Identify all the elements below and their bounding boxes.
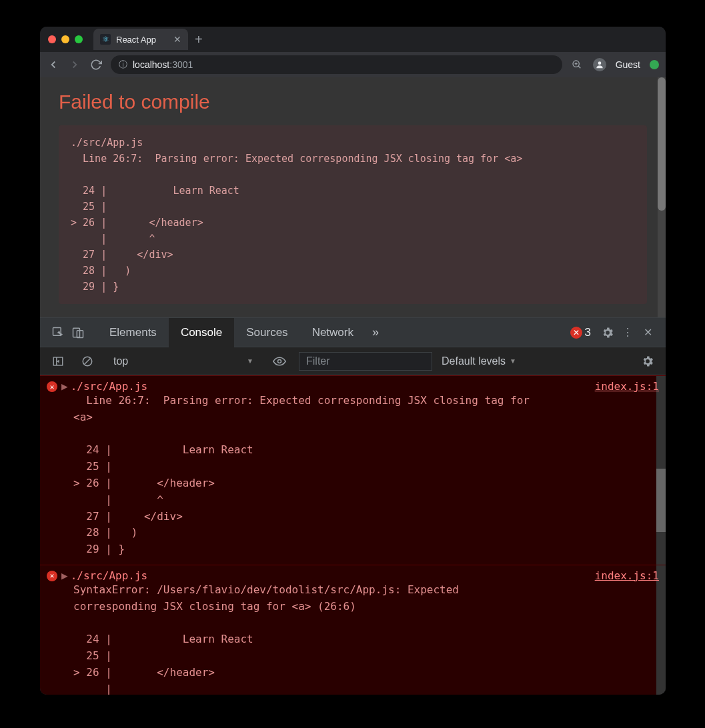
window-titlebar: ⚛ React App ✕ + (40, 27, 666, 52)
error-count-badge[interactable]: ✕ 3 (570, 326, 591, 339)
tab-console[interactable]: Console (169, 318, 234, 347)
console-output[interactable]: ✕ ▶ ./src/App.js index.js:1 Line 26:7: P… (40, 375, 666, 695)
expand-icon[interactable]: ▶ (61, 569, 68, 582)
svg-point-12 (278, 359, 281, 363)
tab-elements[interactable]: Elements (97, 318, 169, 347)
reload-button[interactable] (89, 59, 103, 71)
page-viewport: Failed to compile ./src/App.js Line 26:7… (40, 77, 666, 317)
error-location-link[interactable]: index.js:1 (595, 380, 659, 393)
extension-indicator-icon[interactable] (650, 60, 659, 69)
device-toolbar-icon[interactable] (68, 323, 88, 343)
error-body: SyntaxError: /Users/flavio/dev/todolist/… (47, 582, 659, 695)
console-settings-icon[interactable] (638, 351, 658, 371)
svg-line-11 (85, 358, 91, 364)
chevron-down-icon: ▼ (510, 357, 516, 365)
site-info-icon[interactable]: ⓘ (119, 59, 127, 71)
tab-network[interactable]: Network (300, 318, 366, 347)
devtools-close-icon[interactable]: ✕ (638, 323, 658, 343)
error-location-link[interactable]: index.js:1 (595, 569, 659, 582)
devtools-settings-icon[interactable] (598, 323, 618, 343)
forward-button[interactable] (68, 59, 81, 71)
error-badge-icon: ✕ (570, 327, 582, 339)
error-source: ./src/App.js (71, 380, 595, 393)
chevron-down-icon: ▼ (247, 357, 253, 365)
console-error-entry: ✕ ▶ ./src/App.js index.js:1 Line 26:7: P… (40, 375, 666, 565)
profile-name[interactable]: Guest (616, 59, 640, 70)
zoom-icon[interactable] (570, 59, 584, 70)
zoom-window-button[interactable] (75, 35, 83, 43)
console-sidebar-toggle-icon[interactable] (48, 351, 68, 371)
traffic-lights (48, 35, 83, 43)
live-expression-icon[interactable] (269, 351, 289, 371)
react-favicon-icon: ⚛ (100, 34, 111, 45)
console-toolbar: top ▼ Filter Default levels ▼ (40, 347, 666, 375)
profile-avatar-icon[interactable] (593, 58, 606, 71)
error-source: ./src/App.js (71, 569, 595, 582)
more-tabs-icon[interactable]: » (366, 325, 386, 339)
url-host: localhost (133, 59, 169, 70)
compile-error-box: ./src/App.js Line 26:7: Parsing error: E… (59, 125, 647, 304)
close-window-button[interactable] (48, 35, 56, 43)
new-tab-button[interactable]: + (195, 32, 203, 47)
error-icon: ✕ (47, 571, 57, 581)
browser-window: ⚛ React App ✕ + ⓘ localhost:3001 Guest (40, 27, 666, 695)
url-input[interactable]: ⓘ localhost:3001 (111, 55, 562, 74)
svg-rect-6 (73, 328, 80, 337)
error-icon: ✕ (47, 381, 57, 392)
close-tab-icon[interactable]: ✕ (173, 34, 181, 45)
back-button[interactable] (47, 59, 60, 71)
tab-sources[interactable]: Sources (234, 318, 299, 347)
devtools-menu-icon[interactable]: ⋮ (618, 323, 638, 343)
svg-point-4 (598, 61, 601, 65)
url-port: :3001 (169, 59, 193, 70)
devtools-panel: Elements Console Sources Network » ✕ 3 ⋮… (40, 317, 666, 695)
execution-context-select[interactable]: top ▼ (107, 355, 260, 367)
expand-icon[interactable]: ▶ (61, 380, 68, 393)
clear-console-icon[interactable] (77, 351, 97, 371)
console-filter-input[interactable]: Filter (299, 352, 432, 371)
inspect-element-icon[interactable] (48, 323, 68, 343)
page-scrollbar[interactable] (658, 77, 666, 317)
browser-tab[interactable]: ⚛ React App ✕ (93, 29, 188, 50)
console-error-entry: ✕ ▶ ./src/App.js index.js:1 SyntaxError:… (40, 565, 666, 695)
error-body: Line 26:7: Parsing error: Expected corre… (47, 393, 659, 558)
tab-title: React App (116, 35, 156, 45)
log-levels-select[interactable]: Default levels ▼ (442, 355, 516, 367)
devtools-tabbar: Elements Console Sources Network » ✕ 3 ⋮… (40, 318, 666, 347)
svg-line-1 (578, 66, 580, 68)
page-title: Failed to compile (59, 91, 647, 113)
address-toolbar: ⓘ localhost:3001 Guest (40, 52, 666, 77)
minimize-window-button[interactable] (61, 35, 69, 43)
